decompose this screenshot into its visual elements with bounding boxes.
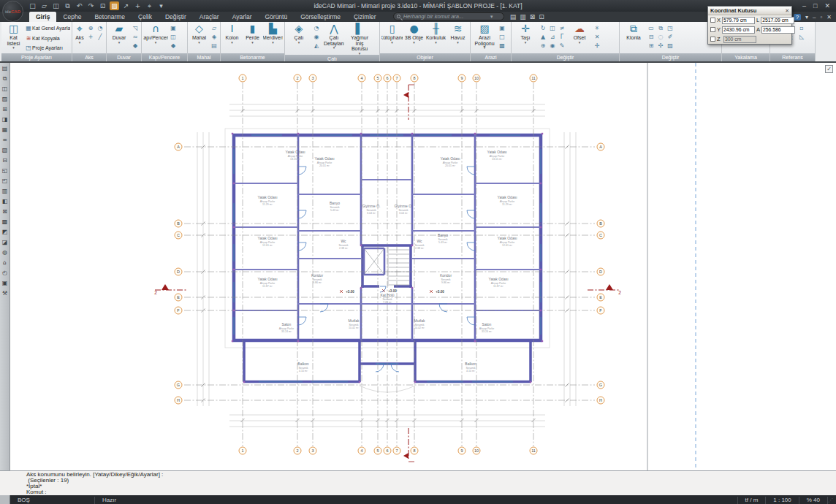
redo-icon[interactable]: ↷ (86, 1, 96, 10)
tool-icon[interactable]: ◉ (312, 33, 321, 41)
status-units[interactable]: tf / m (738, 495, 766, 504)
tab-betonarme[interactable]: Betonarme (88, 12, 132, 22)
tool-icon[interactable]: ⊿ (548, 33, 557, 41)
havuz-button[interactable]: ≋Havuz▾ (447, 23, 468, 53)
tool-icon[interactable]: ⊕ (86, 24, 95, 32)
sidebar-tool-10-icon[interactable]: ⊟ (1, 156, 10, 166)
cati-detaylari-button[interactable]: ⋀Çatı Detayları▾ (322, 23, 346, 55)
proje-ayarlari-button[interactable]: ◳Proje Ayarları (25, 44, 70, 52)
kat-kopyala-button[interactable]: ≋Kat Kopyala (25, 34, 70, 42)
l-input[interactable] (761, 17, 794, 24)
tool-icon[interactable]: ▱ (210, 24, 218, 32)
maximize-icon[interactable]: □ (813, 1, 817, 11)
layer-manager-icon[interactable]: ▨ (110, 1, 119, 10)
merdiven-button[interactable]: ▙Merdiven▾ (263, 23, 283, 53)
sidebar-tool-16-icon[interactable]: ▩ (1, 217, 10, 227)
x-input[interactable] (722, 17, 755, 24)
coordinate-box[interactable]: Koordinat Kutusu ✕ X L Y A Z (707, 6, 792, 45)
tool-icon[interactable]: ◉ (548, 42, 557, 50)
undo-icon[interactable]: ↶ (75, 1, 84, 10)
sidebar-tool-1-icon[interactable]: ▤ (1, 64, 10, 74)
arazi-poligonu-button[interactable]: ▨Arazi Poligonu▾ (472, 23, 497, 53)
tab-g-r-nt[interactable]: Görüntü (258, 12, 294, 22)
tool-icon[interactable]: ✳ (593, 24, 601, 32)
sidebar-tool-4-icon[interactable]: ▨ (1, 94, 10, 104)
tool-icon[interactable]: ✣ (656, 42, 665, 50)
sidebar-tool-17-icon[interactable]: ◩ (1, 227, 10, 237)
tab-ayarlar[interactable]: Ayarlar (226, 12, 259, 22)
a-input[interactable] (761, 26, 795, 34)
view-tool-1-icon[interactable]: ▤ (510, 13, 517, 20)
sidebar-tool-7-icon[interactable]: ▦ (1, 125, 10, 135)
tool-icon[interactable]: ▭ (647, 24, 656, 32)
tool-icon[interactable]: ≠ (558, 24, 566, 32)
aks-button[interactable]: ⌖Aks▾ (74, 23, 86, 53)
tool-icon[interactable]: ⧉ (656, 24, 665, 32)
help-icon[interactable]: ? (794, 14, 801, 20)
pointer-up-icon[interactable]: ↗ (121, 1, 131, 10)
mdi-restore-icon[interactable]: ▫ (820, 14, 822, 20)
kapi-pencere-button[interactable]: ∩Kapı/Pencere▾ (143, 23, 168, 53)
kat-listesi-button[interactable]: ◫Kat listesi▾ (3, 23, 24, 53)
korkuluk-button[interactable]: ╫Korkuluk▾ (425, 23, 446, 53)
tool-icon[interactable]: ↻ (539, 24, 547, 32)
mdi-close-icon[interactable]: ✕ (826, 14, 832, 20)
tool-icon[interactable]: ▤ (210, 42, 218, 50)
tool-icon[interactable]: ╱ (96, 33, 104, 41)
open-file-icon[interactable]: ▱ (39, 1, 49, 10)
duvar-button[interactable]: ▰Duvar▾ (108, 23, 130, 53)
sidebar-tool-11-icon[interactable]: ◱ (1, 166, 10, 176)
tool-icon[interactable]: ≈ (131, 33, 140, 41)
tool-icon[interactable]: ⊕ (539, 42, 547, 50)
status-zoom[interactable]: % 40 (799, 495, 827, 504)
kutuphane-button[interactable]: ▯Kütüphane▾ (381, 23, 403, 53)
tool-icon[interactable]: ▣ (498, 24, 506, 32)
tool-icon[interactable]: ◺ (797, 33, 806, 41)
kat-genel-ayarlari-button[interactable]: ▦Kat Genel Ayarları (25, 24, 70, 32)
search-input[interactable] (403, 13, 490, 20)
tool-icon[interactable]: ◹ (131, 24, 140, 32)
view-tool-2-icon[interactable]: ▥ (520, 13, 526, 20)
tool-icon[interactable]: ◳ (666, 24, 674, 32)
tool-icon[interactable]: ✢ (593, 42, 601, 50)
tab-izimler[interactable]: Çizimler (347, 12, 383, 22)
tool-icon[interactable]: ▫ (797, 24, 806, 32)
z-checkbox[interactable] (710, 37, 715, 42)
sidebar-tool-14-icon[interactable]: ◧ (1, 196, 10, 207)
z-input[interactable] (723, 36, 756, 43)
y-input[interactable] (722, 26, 755, 34)
tool-icon[interactable]: ▣ (169, 24, 178, 32)
sidebar-tool-5-icon[interactable]: ⊞ (1, 104, 10, 115)
view-tool-3-icon[interactable]: ⊠ (530, 13, 536, 20)
perde-button[interactable]: ▮Perde▾ (243, 23, 262, 53)
tool-icon[interactable]: □ (498, 33, 506, 41)
tab-de-i-tir[interactable]: Değiştir (159, 12, 193, 22)
pointer-plus-icon[interactable]: + (133, 1, 142, 10)
mark-icon[interactable]: ⌖ (145, 1, 154, 10)
tab-g-rselle-tirme[interactable]: Görselleştirme (294, 12, 347, 22)
pin-icon[interactable]: ▾ (805, 14, 808, 20)
tool-icon[interactable]: ▲ (539, 33, 547, 41)
tool-icon[interactable]: ◌ (656, 33, 665, 41)
tool-icon[interactable]: ✕ (593, 33, 601, 41)
tool-icon[interactable]: ◔ (96, 24, 104, 32)
tool-icon[interactable]: ◆ (169, 42, 178, 50)
tab-ara-lar[interactable]: Araçlar (193, 12, 226, 22)
tool-icon[interactable]: ◫ (169, 33, 178, 41)
canvas-view-toggle[interactable]: ✓ (825, 65, 833, 73)
sidebar-tool-3-icon[interactable]: ◫ (1, 84, 10, 94)
3b-obje-button[interactable]: ●3B Obje▾ (403, 23, 425, 53)
tool-icon[interactable]: ▩ (498, 42, 506, 50)
sidebar-tool-20-icon[interactable]: ⌂ (1, 258, 10, 268)
x-checkbox[interactable] (710, 18, 715, 23)
view-tool-4-icon[interactable]: ⊡ (539, 13, 544, 20)
ofset-button[interactable]: ☁Ofset▾ (567, 23, 592, 53)
sidebar-tool-23-icon[interactable]: ⚒ (1, 289, 10, 299)
tool-icon[interactable]: + (86, 33, 95, 41)
sidebar-tool-6-icon[interactable]: ◨ (1, 115, 10, 125)
save-all-icon[interactable]: ⧉ (63, 1, 72, 10)
tool-icon[interactable]: ◔ (312, 24, 321, 32)
coordinate-box-close-icon[interactable]: ✕ (785, 8, 789, 14)
search-dropdown-icon[interactable]: ▼ (490, 15, 494, 19)
sidebar-tool-2-icon[interactable]: ⧉ (1, 74, 10, 84)
